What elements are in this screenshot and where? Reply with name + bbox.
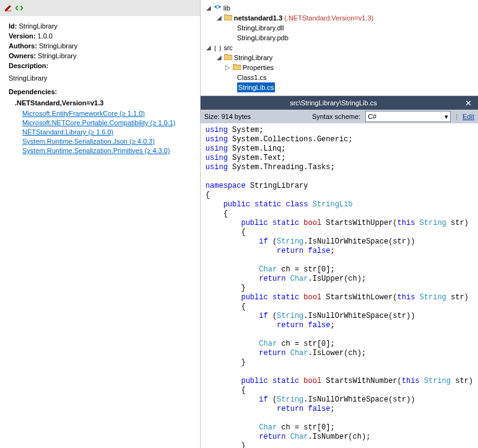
dependencies-header: Dependencies: bbox=[9, 87, 191, 97]
tree-folder-properties[interactable]: ▷ Properties bbox=[206, 63, 473, 72]
reference-icon bbox=[214, 2, 222, 13]
dependency-link[interactable]: NETStandard.Library (≥ 1.6.0) bbox=[22, 128, 191, 137]
folder-icon bbox=[224, 13, 232, 23]
tree-folder-project[interactable]: ◢ StringLibrary bbox=[206, 53, 473, 63]
package-toolbar bbox=[0, 0, 200, 16]
edit-link[interactable]: Edit bbox=[463, 113, 474, 120]
divider: | bbox=[456, 113, 458, 120]
tree-folder-netstandard[interactable]: ◢ netstandard1.3 (.NETStandard,Version=v… bbox=[206, 13, 473, 23]
editor-toolbar: Size: 914 bytes Syntax scheme: C# ▾ | Ed… bbox=[201, 110, 478, 123]
pkg-authors-row: Authors: StringLibrary bbox=[9, 41, 191, 51]
dependency-link[interactable]: System.Runtime.Serialization.Primitives … bbox=[22, 146, 191, 156]
code-editor-panel: src\StringLibrary\StringLib.cs ✕ Size: 9… bbox=[201, 96, 478, 448]
dependency-group: .NETStandard,Version=v1.3 bbox=[15, 98, 191, 108]
edit-icon[interactable] bbox=[4, 4, 12, 12]
tree-file-class1[interactable]: Class1.cs bbox=[206, 72, 473, 82]
pkg-owners-row: Owners: StringLibrary bbox=[9, 51, 191, 61]
expand-toggle-icon[interactable]: ◢ bbox=[216, 13, 222, 23]
expand-toggle-icon[interactable]: ◢ bbox=[206, 43, 212, 53]
dependency-link[interactable]: Microsoft.EntityFrameworkCore (≥ 1.1.0) bbox=[22, 109, 191, 118]
tree-folder-lib[interactable]: ◢ lib bbox=[206, 2, 473, 13]
pkg-desc-value: StringLibrary bbox=[9, 73, 191, 83]
expand-toggle-icon[interactable]: ◢ bbox=[206, 3, 212, 13]
syntax-scheme-label: Syntax scheme: bbox=[312, 113, 360, 120]
tree-file-dll[interactable]: StringLibrary.dll bbox=[206, 23, 473, 33]
code-icon[interactable] bbox=[15, 4, 24, 12]
syntax-scheme-select[interactable]: C# ▾ bbox=[365, 111, 451, 122]
dependency-link[interactable]: Microsoft.NETCore.Portable.Compatibility… bbox=[22, 118, 191, 128]
close-icon[interactable]: ✕ bbox=[463, 99, 474, 108]
tree-file-pdb[interactable]: StringLibrary.pdb bbox=[206, 33, 473, 43]
code-area[interactable]: using System; using System.Collections.G… bbox=[201, 123, 478, 448]
svg-point-0 bbox=[214, 6, 216, 8]
file-tree-panel: ◢ lib ◢ netstandard1.3 (.NETStandard,Ver… bbox=[201, 0, 478, 96]
svg-point-1 bbox=[219, 6, 220, 8]
chevron-down-icon: ▾ bbox=[445, 113, 448, 121]
expand-toggle-icon[interactable]: ◢ bbox=[216, 53, 222, 63]
editor-titlebar: src\StringLibrary\StringLib.cs ✕ bbox=[201, 96, 478, 110]
dependency-link[interactable]: System.Runtime.Serialization.Json (≥ 4.0… bbox=[22, 137, 191, 146]
folder-icon bbox=[224, 53, 232, 63]
folder-icon bbox=[233, 63, 241, 72]
tree-folder-src[interactable]: ◢ { } src bbox=[206, 43, 473, 53]
package-info-panel: Id: StringLibrary Version: 1.0.0 Authors… bbox=[0, 0, 201, 448]
pkg-version-row: Version: 1.0.0 bbox=[9, 31, 191, 41]
tree-file-stringlib[interactable]: StringLib.cs bbox=[206, 82, 473, 92]
braces-icon: { } bbox=[214, 43, 222, 53]
size-label: Size: 914 bytes bbox=[204, 113, 251, 120]
expand-toggle-icon[interactable]: ▷ bbox=[225, 63, 231, 72]
editor-title-text: src\StringLibrary\StringLib.cs bbox=[204, 99, 463, 107]
pkg-id-row: Id: StringLibrary bbox=[9, 21, 191, 31]
pkg-desc-label: Description: bbox=[9, 61, 191, 71]
